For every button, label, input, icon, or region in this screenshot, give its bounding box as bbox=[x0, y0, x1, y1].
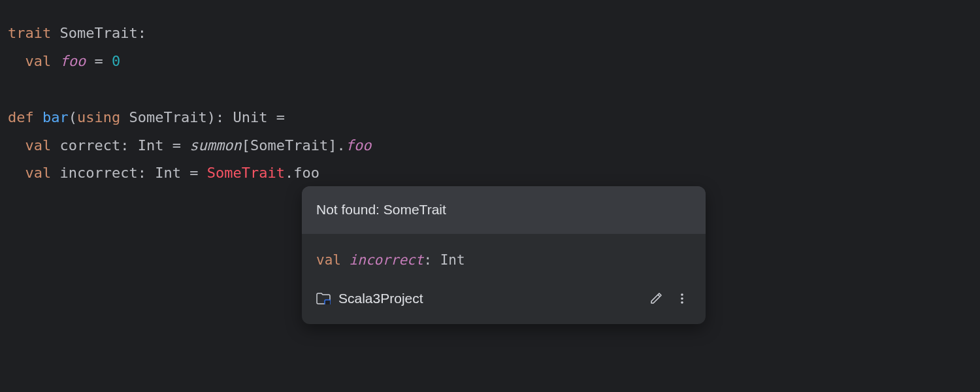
code-line-4: def bar(using SomeTrait): Unit = bbox=[8, 104, 972, 132]
module-folder-icon bbox=[316, 293, 331, 304]
type-suffix: : Int bbox=[423, 252, 465, 268]
code-line-1: trait SomeTrait: bbox=[8, 20, 972, 48]
type-arg: SomeTrait bbox=[250, 137, 328, 154]
svg-point-3 bbox=[681, 302, 683, 304]
equals: = bbox=[86, 53, 112, 69]
keyword-def: def bbox=[8, 109, 34, 125]
more-options-icon[interactable] bbox=[673, 289, 691, 308]
keyword-val: val bbox=[25, 165, 52, 181]
rbracket: ] bbox=[328, 137, 336, 154]
dot: . bbox=[336, 137, 345, 154]
keyword-val: val bbox=[316, 252, 341, 268]
edit-icon[interactable] bbox=[647, 289, 665, 308]
svg-rect-0 bbox=[325, 300, 331, 304]
keyword-val: val bbox=[25, 137, 52, 154]
error-identifier: SomeTrait bbox=[207, 165, 285, 181]
number-literal: 0 bbox=[112, 53, 120, 69]
tooltip-footer: Scala3Project bbox=[302, 278, 706, 324]
summon-call: summon bbox=[189, 137, 241, 154]
var-name: correct bbox=[51, 137, 120, 154]
member-access: foo bbox=[346, 137, 372, 154]
field-name: incorrect bbox=[350, 252, 424, 268]
lbracket: [ bbox=[242, 137, 250, 154]
tooltip-quick-doc: val incorrect: Int bbox=[302, 234, 706, 278]
dot-member: .foo bbox=[285, 165, 319, 181]
svg-point-2 bbox=[681, 298, 683, 301]
tooltip-error-message: Not found: SomeTrait bbox=[302, 186, 706, 234]
var-name: incorrect bbox=[51, 165, 137, 181]
keyword-trait: trait bbox=[8, 25, 51, 41]
lparen: ( bbox=[69, 109, 77, 125]
type-name: SomeTrait bbox=[59, 25, 137, 41]
rparen: ) bbox=[207, 109, 216, 125]
code-editor[interactable]: trait SomeTrait: val foo = 0 def bar(usi… bbox=[8, 20, 972, 188]
type-annotation: : Int = bbox=[120, 137, 189, 154]
colon: : bbox=[138, 25, 146, 41]
project-name: Scala3Project bbox=[338, 286, 423, 312]
return-type: : Unit = bbox=[216, 109, 285, 125]
svg-point-1 bbox=[681, 294, 683, 297]
code-line-2: val foo = 0 bbox=[8, 48, 972, 76]
code-line-5: val correct: Int = summon[SomeTrait].foo bbox=[8, 132, 972, 160]
keyword-using: using bbox=[77, 109, 120, 125]
type-annotation: : Int = bbox=[138, 165, 207, 181]
code-line-6: val incorrect: Int = SomeTrait.foo bbox=[8, 159, 972, 188]
error-tooltip: Not found: SomeTrait val incorrect: Int … bbox=[302, 186, 706, 324]
param-type: SomeTrait bbox=[120, 109, 206, 125]
keyword-val: val bbox=[25, 53, 52, 69]
function-name: bar bbox=[42, 109, 69, 125]
field-name: foo bbox=[60, 53, 86, 69]
code-line-3 bbox=[8, 76, 972, 104]
